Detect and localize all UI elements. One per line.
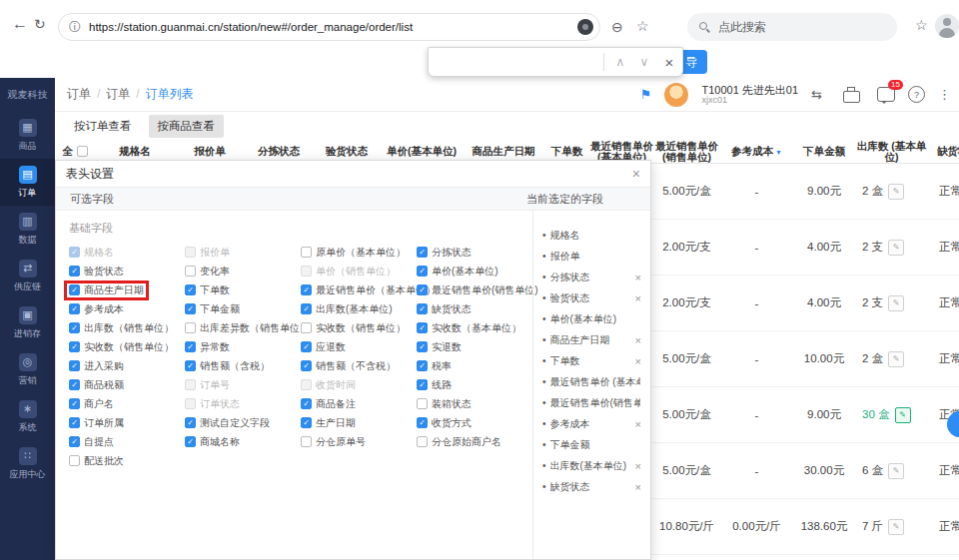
selected-field-item[interactable]: •参考成本× [542,413,644,434]
field-checkbox[interactable] [185,341,196,352]
address-bar[interactable]: ⓘ https://station.guanmai.cn/station/new… [58,13,600,41]
field-checkbox[interactable] [69,303,80,314]
field-checkbox[interactable] [417,247,428,258]
field-checkbox[interactable] [301,436,312,447]
selected-field-item[interactable]: •规格名 [542,225,644,246]
edit-outbound-icon[interactable]: ✎ [888,463,904,479]
edit-outbound-icon[interactable]: ✎ [888,240,904,256]
field-checkbox[interactable] [185,284,196,295]
field-checkbox[interactable] [417,360,428,371]
field-checkbox[interactable] [69,322,80,333]
user-avatar[interactable] [664,83,688,107]
remove-field-icon[interactable]: × [635,418,641,430]
sidebar-item-orders[interactable]: ▤订单 [0,159,55,206]
remove-field-icon[interactable]: × [635,334,641,346]
field-checkbox[interactable] [185,436,196,447]
back-icon[interactable]: ← [12,15,28,33]
remove-field-icon[interactable]: × [635,355,641,367]
selected-field-item[interactable]: •分拣状态× [542,267,644,287]
field-checkbox[interactable] [417,436,428,447]
edit-outbound-icon[interactable]: ✎ [888,351,904,367]
tab-order-view[interactable]: 按订单查看 [65,115,141,138]
find-previous-icon[interactable]: ∧ [608,55,632,69]
selected-field-item[interactable]: •验货状态× [542,287,644,308]
column-header[interactable]: 全 [55,146,95,157]
select-all-checkbox[interactable] [77,146,88,157]
printer-icon[interactable] [843,91,860,103]
page-info-icon[interactable]: ⓘ [69,19,81,36]
filter-icon[interactable]: ▼ [775,149,782,156]
field-checkbox[interactable] [301,341,312,352]
sidebar-item-app-center[interactable]: ∷应用中心 [0,440,55,487]
field-checkbox[interactable] [69,360,80,371]
remove-field-icon[interactable]: × [635,397,641,409]
remove-field-icon[interactable]: × [635,292,641,304]
edit-outbound-icon[interactable]: ✎ [895,407,911,423]
sidebar-item-inventory[interactable]: ▣进销存 [0,299,55,346]
field-checkbox[interactable] [185,322,196,333]
breadcrumb-item[interactable]: 订单 [106,86,145,103]
remove-field-icon[interactable]: × [635,376,641,388]
field-checkbox[interactable] [417,398,428,409]
selected-field-item[interactable]: •商品生产日期× [542,329,644,350]
field-checkbox[interactable] [69,341,80,352]
field-checkbox[interactable] [301,322,312,333]
close-icon[interactable]: × [656,54,682,71]
field-checkbox[interactable] [301,398,312,409]
sidebar-item-supply-chain[interactable]: ⇄供应链 [0,253,55,299]
remove-field-icon[interactable]: × [635,481,641,493]
column-header[interactable]: 参考成本▼ [719,146,794,158]
field-checkbox[interactable] [69,266,80,277]
field-checkbox[interactable] [301,303,312,314]
selected-field-item[interactable]: •最近销售单价 (基本单位)× [542,371,644,392]
field-checkbox[interactable] [417,322,428,333]
sidebar-item-data[interactable]: ▥数据 [0,206,55,253]
selected-field-item[interactable]: •出库数(基本单位)× [542,455,644,476]
edit-outbound-icon[interactable]: ✎ [888,295,904,311]
field-checkbox[interactable] [301,417,312,428]
sidebar-item-system[interactable]: ∗系统 [0,393,55,440]
switch-account-icon[interactable]: ⇆ [811,87,822,102]
selected-field-item[interactable]: •缺货状态× [542,476,644,497]
zoom-out-icon[interactable]: ⊖ [611,19,623,35]
tab-product-view[interactable]: 按商品查看 [149,115,225,138]
field-checkbox[interactable] [69,284,80,295]
selected-field-item[interactable]: •单价(基本单位) [542,308,644,329]
remove-field-icon[interactable]: × [635,272,641,283]
field-checkbox[interactable] [69,379,80,390]
bookmark-star-icon[interactable]: ☆ [636,18,649,34]
help-icon[interactable]: ? [908,86,925,103]
field-checkbox[interactable] [417,266,428,277]
field-checkbox[interactable] [417,341,428,352]
sidebar-item-marketing[interactable]: ◎营销 [0,346,55,393]
field-checkbox[interactable] [301,360,312,371]
edit-outbound-icon[interactable]: ✎ [888,184,904,200]
field-checkbox[interactable] [185,417,196,428]
field-checkbox[interactable] [69,417,80,428]
reload-icon[interactable]: ↻ [34,16,46,32]
field-checkbox[interactable] [417,284,428,295]
close-icon[interactable]: × [632,166,640,182]
announcement-icon[interactable]: ⚑ [640,87,652,102]
browser-search-box[interactable]: 点此搜索 [687,13,897,41]
selected-field-item[interactable]: •最近销售单价(销售单位)× [542,392,644,413]
find-next-icon[interactable]: ∨ [632,55,656,69]
field-checkbox[interactable] [69,398,80,409]
field-checkbox[interactable] [301,247,312,258]
selected-field-item[interactable]: •下单金额 [542,434,644,455]
field-checkbox[interactable] [185,266,196,277]
selected-field-item[interactable]: •报价单 [542,246,644,267]
extension-icon[interactable] [577,19,593,35]
message-icon[interactable]: 15 [877,87,895,102]
field-checkbox[interactable] [185,360,196,371]
field-checkbox[interactable] [417,379,428,390]
find-input[interactable] [429,48,599,76]
field-checkbox[interactable] [417,417,428,428]
breadcrumb-item[interactable]: 订单 [67,86,106,103]
field-checkbox[interactable] [417,303,428,314]
remove-field-icon[interactable]: × [635,460,641,472]
field-checkbox[interactable] [301,284,312,295]
browser-profile-avatar[interactable] [935,14,959,38]
field-checkbox[interactable] [69,436,80,447]
edit-outbound-icon[interactable]: ✎ [888,519,904,535]
